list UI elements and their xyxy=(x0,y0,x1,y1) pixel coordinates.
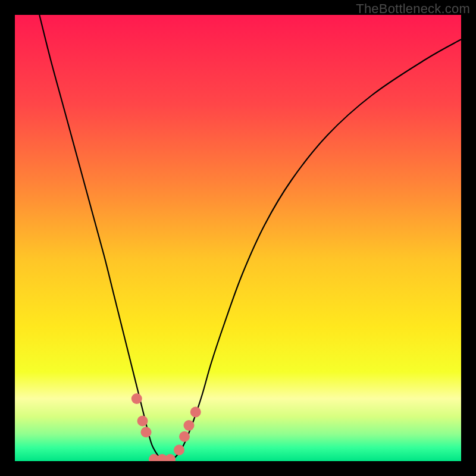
threshold-dot xyxy=(190,407,201,418)
chart-svg xyxy=(15,15,461,461)
threshold-dot xyxy=(184,420,195,431)
threshold-dot xyxy=(137,416,148,427)
threshold-dot xyxy=(141,427,152,437)
plot-area xyxy=(15,15,461,461)
watermark-text: TheBottleneck.com xyxy=(356,1,470,17)
threshold-dot xyxy=(174,444,184,455)
threshold-dot xyxy=(179,431,190,442)
gradient-background xyxy=(15,15,461,461)
threshold-dot xyxy=(131,393,142,404)
chart-frame: TheBottleneck.com xyxy=(0,0,476,476)
